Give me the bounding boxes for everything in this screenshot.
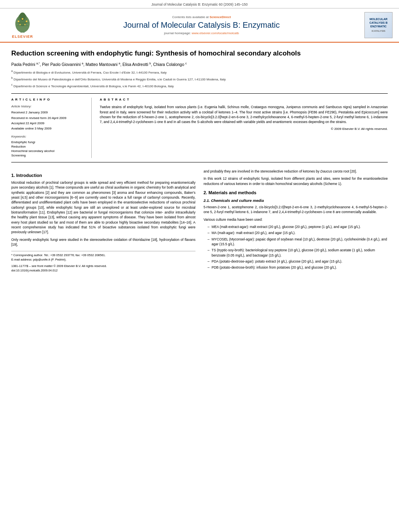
media-list: MEA (malt-extract-agar): malt extract (2… — [208, 224, 388, 270]
media-item-pdb: PDB (potato-dextrose-broth): infusion fr… — [208, 265, 388, 270]
media-item-mea: MEA (malt-extract-agar): malt extract (2… — [208, 224, 388, 229]
journal-logo: MOLECULARCATALYSIS BENZYMATIC ICATALYSIS — [364, 12, 393, 38]
affiliations: a Dipartimento di Biologia e di Evoluzio… — [11, 69, 388, 88]
svg-point-7 — [22, 18, 23, 20]
elsevier-wordmark: ELSEVIER — [12, 35, 33, 39]
received-date: Received 2 January 2009 — [11, 110, 86, 115]
abstract-label: A B S T R A C T — [100, 98, 388, 101]
right-col: and probably they are involved in the st… — [204, 169, 388, 273]
footnote-section: * Corresponding author. Tel.: +39 0532 2… — [11, 251, 195, 262]
journal-header: ELSEVIER Contents lists available at Sci… — [0, 8, 399, 43]
accepted-date: Accepted 22 April 2009 — [11, 121, 86, 125]
email-note: E-mail address: pdp@unife.it (P. Pedrini… — [11, 258, 195, 262]
article-info-label: A R T I C L E I N F O — [11, 98, 86, 101]
elsevier-tree-icon — [10, 12, 35, 34]
page-wrapper: Journal of Molecular Catalysis B: Enzyma… — [0, 0, 399, 532]
journal-url[interactable]: www.elsevier.com/locate/molcatb — [192, 31, 239, 35]
media-intro: Various culture media have been used: — [204, 217, 388, 222]
issn-note: 1381-1177/$ – see front matter © 2009 El… — [11, 264, 195, 269]
doi-note: doi:10.1016/j.molcatb.2009.04.012 — [11, 269, 195, 273]
svg-point-10 — [25, 24, 26, 25]
svg-point-6 — [18, 21, 19, 22]
chemicals-subheading: 2.1. Chemicals and culture media — [204, 198, 388, 203]
affiliation-b: b Dipartimento del Museo di Paleobiologi… — [11, 76, 388, 82]
corresponding-author-note: * Corresponding author. Tel.: +39 0532 2… — [11, 253, 195, 258]
chemicals-para1: 5-Hexen-2-one 1, acetophenone 2, cis-bic… — [204, 205, 388, 215]
media-item-mycosel: MYCOSEL (Myconsel-agar): papaic digest o… — [208, 237, 388, 247]
available-online-date: Available online 3 May 2009 — [11, 126, 86, 131]
elsevier-logo: ELSEVIER — [6, 12, 39, 39]
article-info-col: A R T I C L E I N F O Article history: R… — [11, 98, 92, 158]
svg-point-8 — [26, 21, 27, 22]
affiliation-a: a Dipartimento di Biologia e di Evoluzio… — [11, 69, 388, 75]
introduction-heading: 1. Introduction — [11, 173, 195, 178]
sciencedirect-line: Contents lists available at ScienceDirec… — [39, 15, 364, 19]
journal-header-center: Contents lists available at ScienceDirec… — [39, 15, 364, 35]
keywords-label: Keywords: — [11, 135, 86, 138]
sciencedirect-link[interactable]: ScienceDirect — [210, 15, 231, 19]
media-item-ts: TS (tryptic-soy-broth): bacteriological … — [208, 248, 388, 258]
main-body: 1. Introduction Microbial reduction of p… — [11, 169, 388, 273]
article-content: Reduction screening with endophytic fung… — [0, 43, 399, 279]
article-title: Reduction screening with endophytic fung… — [11, 49, 388, 58]
intro-para-1: Microbial reduction of prochiral carbony… — [11, 180, 195, 234]
copyright-line: © 2009 Elsevier B.V. All rights reserved… — [100, 127, 388, 131]
media-item-pda: PDA (potato-dextrose-agar): potato extra… — [208, 259, 388, 264]
article-history-label: Article history: — [11, 105, 86, 108]
authors-line: Paola Pedrini a,*, Pier Paolo Giovannini… — [11, 62, 388, 67]
right-intro-para2: In this work 12 strains of endophytic fu… — [204, 176, 388, 186]
keyword-1: Endophytic fungi — [11, 140, 86, 144]
keywords-section: Keywords: Endophytic fungi Reduction Hom… — [11, 135, 86, 157]
article-meta-section: A R T I C L E I N F O Article history: R… — [11, 93, 388, 162]
keyword-2: Reduction — [11, 145, 86, 148]
them-text: them — [79, 220, 86, 224]
journal-citation-text: Journal of Molecular Catalysis B: Enzyma… — [151, 2, 248, 6]
journal-homepage: journal homepage: www.elsevier.com/locat… — [39, 31, 364, 35]
right-intro-cont: and probably they are involved in the st… — [204, 169, 388, 174]
keyword-3: Homochiral secondary alcohol — [11, 149, 86, 153]
media-item-ma: MA (malt-agar): malt extract (20 g/L), a… — [208, 230, 388, 235]
svg-point-9 — [20, 24, 21, 25]
affiliation-c: c Dipartimento di Scienze e Tecnologie A… — [11, 83, 388, 89]
abstract-col: A B S T R A C T Twelve strains of endoph… — [100, 98, 388, 158]
left-col: 1. Introduction Microbial reduction of p… — [11, 169, 195, 273]
abstract-text: Twelve strains of endophytic fungi, isol… — [100, 105, 388, 124]
intro-para-2: Only recently endophytic fungi were stud… — [11, 237, 195, 247]
journal-title: Journal of Molecular Catalysis B: Enzyma… — [39, 21, 364, 30]
materials-methods-heading: 2. Materials and methods — [204, 190, 388, 195]
keyword-4: Screening — [11, 154, 86, 157]
received-revised-date: Received in revised form 20 April 2009 — [11, 116, 86, 120]
journal-citation-line: Journal of Molecular Catalysis B: Enzyma… — [0, 0, 399, 8]
